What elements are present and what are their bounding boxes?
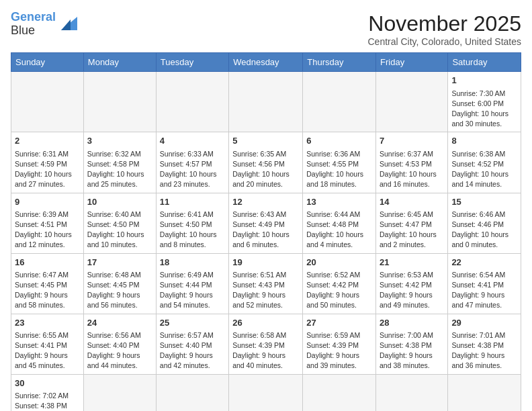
day-info: Sunrise: 6:33 AM Sunset: 4:57 PM Dayligh…: [160, 149, 225, 190]
day-number: 25: [160, 317, 225, 329]
calendar-week-0: 1Sunrise: 7:30 AM Sunset: 6:00 PM Daylig…: [11, 72, 521, 132]
day-number: 3: [87, 135, 152, 147]
day-number: 7: [380, 135, 444, 147]
calendar-header-row: SundayMondayTuesdayWednesdayThursdayFrid…: [11, 53, 521, 72]
logo: GeneralBlue: [11, 11, 77, 38]
day-number: 4: [160, 135, 225, 147]
calendar-cell: [229, 72, 303, 132]
calendar-cell: 16Sunrise: 6:47 AM Sunset: 4:45 PM Dayli…: [11, 253, 84, 314]
col-header-sunday: Sunday: [11, 53, 84, 72]
day-number: 28: [380, 317, 444, 329]
logo-icon: [58, 14, 77, 33]
day-info: Sunrise: 6:43 AM Sunset: 4:49 PM Dayligh…: [232, 210, 299, 250]
calendar-cell: [303, 72, 376, 132]
day-info: Sunrise: 7:02 AM Sunset: 4:38 PM Dayligh…: [15, 391, 80, 411]
day-info: Sunrise: 6:54 AM Sunset: 4:41 PM Dayligh…: [451, 270, 517, 311]
day-info: Sunrise: 6:32 AM Sunset: 4:58 PM Dayligh…: [87, 149, 152, 190]
day-info: Sunrise: 6:51 AM Sunset: 4:43 PM Dayligh…: [232, 270, 299, 311]
day-number: 13: [306, 196, 372, 208]
day-number: 10: [87, 196, 152, 208]
day-number: 30: [15, 377, 80, 390]
calendar-cell: [376, 72, 448, 132]
calendar-cell: 20Sunrise: 6:52 AM Sunset: 4:42 PM Dayli…: [303, 253, 376, 314]
page-header: GeneralBlue November 2025 Central City, …: [11, 11, 521, 47]
day-info: Sunrise: 6:59 AM Sunset: 4:39 PM Dayligh…: [306, 330, 372, 371]
day-info: Sunrise: 6:48 AM Sunset: 4:45 PM Dayligh…: [87, 270, 152, 311]
calendar-week-2: 9Sunrise: 6:39 AM Sunset: 4:51 PM Daylig…: [11, 193, 521, 253]
calendar-cell: 5Sunrise: 6:35 AM Sunset: 4:56 PM Daylig…: [229, 132, 303, 193]
calendar-cell: 21Sunrise: 6:53 AM Sunset: 4:42 PM Dayli…: [376, 253, 448, 314]
day-info: Sunrise: 6:44 AM Sunset: 4:48 PM Dayligh…: [306, 210, 372, 250]
day-info: Sunrise: 6:57 AM Sunset: 4:40 PM Dayligh…: [160, 330, 225, 371]
calendar-cell: 27Sunrise: 6:59 AM Sunset: 4:39 PM Dayli…: [303, 314, 376, 374]
day-number: 19: [232, 257, 299, 269]
day-info: Sunrise: 6:53 AM Sunset: 4:42 PM Dayligh…: [380, 270, 444, 311]
day-info: Sunrise: 7:01 AM Sunset: 4:38 PM Dayligh…: [451, 330, 517, 371]
title-block: November 2025 Central City, Colorado, Un…: [367, 11, 521, 47]
calendar-cell: [376, 374, 448, 411]
day-info: Sunrise: 6:45 AM Sunset: 4:47 PM Dayligh…: [380, 210, 444, 250]
calendar-cell: 17Sunrise: 6:48 AM Sunset: 4:45 PM Dayli…: [83, 253, 156, 314]
calendar-cell: 24Sunrise: 6:56 AM Sunset: 4:40 PM Dayli…: [83, 314, 156, 374]
day-number: 6: [306, 135, 372, 147]
day-number: 5: [232, 135, 299, 147]
day-info: Sunrise: 6:31 AM Sunset: 4:59 PM Dayligh…: [15, 149, 80, 190]
calendar-cell: 12Sunrise: 6:43 AM Sunset: 4:49 PM Dayli…: [229, 193, 303, 253]
day-info: Sunrise: 6:40 AM Sunset: 4:50 PM Dayligh…: [87, 210, 152, 250]
calendar-cell: 22Sunrise: 6:54 AM Sunset: 4:41 PM Dayli…: [448, 253, 521, 314]
day-number: 18: [160, 257, 225, 269]
day-info: Sunrise: 6:41 AM Sunset: 4:50 PM Dayligh…: [160, 210, 225, 250]
day-info: Sunrise: 6:55 AM Sunset: 4:41 PM Dayligh…: [15, 330, 80, 371]
calendar-cell: 25Sunrise: 6:57 AM Sunset: 4:40 PM Dayli…: [156, 314, 228, 374]
day-info: Sunrise: 6:56 AM Sunset: 4:40 PM Dayligh…: [87, 330, 152, 371]
calendar-cell: 3Sunrise: 6:32 AM Sunset: 4:58 PM Daylig…: [83, 132, 156, 193]
calendar-cell: [83, 374, 156, 411]
col-header-tuesday: Tuesday: [156, 53, 228, 72]
calendar-cell: 28Sunrise: 7:00 AM Sunset: 4:38 PM Dayli…: [376, 314, 448, 374]
day-info: Sunrise: 6:37 AM Sunset: 4:53 PM Dayligh…: [380, 149, 444, 190]
calendar-cell: [11, 72, 84, 132]
svg-marker-1: [61, 19, 71, 30]
day-number: 17: [87, 257, 152, 269]
month-title: November 2025: [367, 11, 521, 36]
day-number: 20: [306, 257, 372, 269]
day-number: 29: [451, 317, 517, 329]
day-number: 27: [306, 317, 372, 329]
day-number: 21: [380, 257, 444, 269]
day-info: Sunrise: 6:35 AM Sunset: 4:56 PM Dayligh…: [232, 149, 299, 190]
day-number: 16: [15, 257, 80, 269]
calendar-cell: 14Sunrise: 6:45 AM Sunset: 4:47 PM Dayli…: [376, 193, 448, 253]
calendar-cell: 2Sunrise: 6:31 AM Sunset: 4:59 PM Daylig…: [11, 132, 84, 193]
day-info: Sunrise: 7:30 AM Sunset: 6:00 PM Dayligh…: [451, 89, 517, 130]
calendar-cell: 30Sunrise: 7:02 AM Sunset: 4:38 PM Dayli…: [11, 374, 84, 411]
day-number: 26: [232, 317, 299, 329]
col-header-monday: Monday: [83, 53, 156, 72]
calendar-table: SundayMondayTuesdayWednesdayThursdayFrid…: [11, 52, 521, 411]
calendar-cell: [448, 374, 521, 411]
col-header-friday: Friday: [376, 53, 448, 72]
day-number: 15: [451, 196, 517, 208]
calendar-cell: 4Sunrise: 6:33 AM Sunset: 4:57 PM Daylig…: [156, 132, 228, 193]
calendar-week-5: 30Sunrise: 7:02 AM Sunset: 4:38 PM Dayli…: [11, 374, 521, 411]
calendar-cell: 18Sunrise: 6:49 AM Sunset: 4:44 PM Dayli…: [156, 253, 228, 314]
calendar-cell: [156, 72, 228, 132]
day-info: Sunrise: 6:39 AM Sunset: 4:51 PM Dayligh…: [15, 210, 80, 250]
calendar-week-3: 16Sunrise: 6:47 AM Sunset: 4:45 PM Dayli…: [11, 253, 521, 314]
calendar-cell: [303, 374, 376, 411]
day-info: Sunrise: 6:38 AM Sunset: 4:52 PM Dayligh…: [451, 149, 517, 190]
day-number: 2: [15, 135, 80, 147]
calendar-cell: 7Sunrise: 6:37 AM Sunset: 4:53 PM Daylig…: [376, 132, 448, 193]
day-number: 22: [451, 257, 517, 269]
day-number: 1: [451, 75, 517, 87]
day-info: Sunrise: 6:58 AM Sunset: 4:39 PM Dayligh…: [232, 330, 299, 371]
day-info: Sunrise: 7:00 AM Sunset: 4:38 PM Dayligh…: [380, 330, 444, 371]
calendar-cell: 9Sunrise: 6:39 AM Sunset: 4:51 PM Daylig…: [11, 193, 84, 253]
calendar-cell: 13Sunrise: 6:44 AM Sunset: 4:48 PM Dayli…: [303, 193, 376, 253]
subtitle: Central City, Colorado, United States: [367, 36, 521, 47]
col-header-wednesday: Wednesday: [229, 53, 303, 72]
logo-text: GeneralBlue: [11, 11, 56, 38]
day-number: 12: [232, 196, 299, 208]
calendar-cell: [83, 72, 156, 132]
calendar-cell: 15Sunrise: 6:46 AM Sunset: 4:46 PM Dayli…: [448, 193, 521, 253]
calendar-cell: 26Sunrise: 6:58 AM Sunset: 4:39 PM Dayli…: [229, 314, 303, 374]
